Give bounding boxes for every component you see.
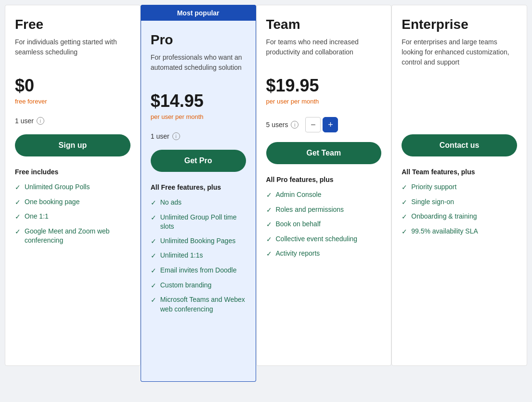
features-heading-pro: All Free features, plus (151, 183, 246, 191)
checkmark-icon: ✓ (266, 206, 272, 215)
plan-name-free: Free (15, 17, 130, 32)
checkmark-icon: ✓ (151, 266, 156, 276)
feature-text: Unlimited Group Polls (25, 182, 90, 192)
plan-name-pro: Pro (151, 32, 246, 48)
checkmark-icon: ✓ (266, 220, 272, 230)
decrement-users-button[interactable]: − (305, 117, 321, 132)
feature-item: ✓ Book on behalf (266, 220, 382, 230)
popular-badge: Most popular (141, 5, 256, 21)
feature-text: Google Meet and Zoom web conferencing (25, 227, 130, 246)
info-icon-pro[interactable]: i (172, 132, 180, 140)
user-row-free: 1 user i (15, 117, 130, 125)
checkmark-icon: ✓ (266, 249, 272, 259)
feature-text: One booking page (25, 197, 79, 207)
plan-price-pro: $14.95 (151, 91, 246, 111)
feature-item: ✓ One booking page (15, 197, 130, 207)
plan-description-enterprise: For enterprises and large teams looking … (402, 37, 517, 68)
plan-name-enterprise: Enterprise (402, 17, 517, 32)
feature-list-pro: ✓ No ads ✓ Unlimited Group Poll time slo… (151, 198, 246, 314)
checkmark-icon: ✓ (402, 227, 407, 237)
checkmark-icon: ✓ (15, 183, 21, 193)
plan-price-sub-pro: per user per month (151, 113, 246, 123)
feature-text: One 1:1 (25, 212, 49, 221)
checkmark-icon: ✓ (151, 281, 156, 291)
feature-item: ✓ Activity reports (266, 249, 382, 259)
user-count-team: 5 users (266, 121, 288, 129)
checkmark-icon: ✓ (151, 251, 156, 261)
feature-text: Custom branding (160, 281, 212, 290)
feature-item: ✓ Unlimited Group Poll time slots (151, 213, 246, 232)
feature-text: Microsoft Teams and Webex web conferenci… (160, 295, 246, 314)
feature-text: Unlimited Group Poll time slots (160, 213, 246, 232)
user-row-team: 5 users i − + (266, 117, 382, 132)
plan-price-sub-team: per user per month (266, 98, 382, 107)
plan-price-team: $19.95 (266, 76, 382, 96)
pricing-container: Free For individuals getting started wit… (5, 5, 527, 382)
features-heading-team: All Pro features, plus (266, 176, 382, 183)
feature-item: ✓ Roles and permissions (266, 205, 382, 215)
increment-users-button[interactable]: + (323, 117, 338, 132)
feature-item: ✓ Onboarding & training (402, 212, 517, 222)
feature-list-free: ✓ Unlimited Group Polls ✓ One booking pa… (15, 182, 130, 246)
plan-description-team: For teams who need increased productivit… (266, 37, 382, 68)
feature-text: Single sign-on (411, 197, 454, 207)
cta-button-pro[interactable]: Get Pro (151, 150, 246, 172)
feature-text: Activity reports (276, 249, 320, 259)
feature-list-team: ✓ Admin Console ✓ Roles and permissions … (266, 190, 382, 259)
feature-text: Priority support (411, 182, 456, 192)
feature-item: ✓ 99.5% availability SLA (402, 227, 517, 237)
feature-text: Roles and permissions (276, 205, 344, 215)
feature-text: Collective event scheduling (276, 234, 358, 244)
feature-item: ✓ Google Meet and Zoom web conferencing (15, 227, 130, 246)
checkmark-icon: ✓ (151, 213, 156, 223)
checkmark-icon: ✓ (402, 212, 407, 222)
feature-item: ✓ Custom branding (151, 281, 246, 291)
plan-card-free: Free For individuals getting started wit… (5, 5, 141, 366)
feature-item: ✓ Collective event scheduling (266, 234, 382, 245)
features-heading-enterprise: All Team features, plus (402, 168, 517, 176)
cta-button-free[interactable]: Sign up (15, 134, 130, 156)
feature-item: ✓ Unlimited Group Polls (15, 182, 130, 193)
info-icon-free[interactable]: i (37, 117, 44, 125)
checkmark-icon: ✓ (266, 191, 272, 200)
checkmark-icon: ✓ (151, 296, 156, 305)
checkmark-icon: ✓ (402, 183, 407, 193)
feature-text: No ads (160, 198, 182, 207)
feature-item: ✓ Microsoft Teams and Webex web conferen… (151, 295, 246, 314)
feature-text: Unlimited 1:1s (160, 251, 203, 260)
checkmark-icon: ✓ (15, 198, 21, 207)
feature-text: 99.5% availability SLA (411, 227, 478, 236)
checkmark-icon: ✓ (151, 198, 156, 208)
plan-price-sub-free: free forever (15, 98, 130, 107)
plan-description-free: For individuals getting started with sea… (15, 37, 130, 68)
feature-text: Admin Console (276, 190, 322, 200)
feature-list-enterprise: ✓ Priority support ✓ Single sign-on ✓ On… (402, 182, 517, 236)
cta-button-enterprise[interactable]: Contact us (402, 134, 517, 156)
feature-item: ✓ Unlimited Booking Pages (151, 236, 246, 246)
popular-wrapper: Most popular Pro For professionals who w… (141, 5, 256, 382)
feature-text: Onboarding & training (411, 212, 477, 221)
plan-card-team: Team For teams who need increased produc… (256, 5, 392, 366)
feature-item: ✓ One 1:1 (15, 212, 130, 222)
checkmark-icon: ✓ (402, 198, 407, 207)
checkmark-icon: ✓ (15, 227, 21, 237)
user-controls-team: − + (305, 117, 338, 132)
user-row-pro: 1 user i (151, 132, 246, 140)
checkmark-icon: ✓ (15, 212, 21, 222)
feature-item: ✓ Priority support (402, 182, 517, 193)
feature-item: ✓ No ads (151, 198, 246, 208)
plan-name-team: Team (266, 17, 382, 32)
feature-item: ✓ Email invites from Doodle (151, 266, 246, 276)
plan-card-pro: Pro For professionals who want an automa… (141, 21, 256, 382)
plan-description-pro: For professionals who want an automated … (151, 52, 246, 83)
feature-item: ✓ Unlimited 1:1s (151, 251, 246, 261)
info-icon-team[interactable]: i (291, 121, 298, 129)
cta-button-team[interactable]: Get Team (266, 142, 382, 164)
checkmark-icon: ✓ (266, 235, 272, 245)
user-count-pro: 1 user (151, 132, 169, 140)
feature-item: ✓ Admin Console (266, 190, 382, 200)
feature-text: Unlimited Booking Pages (160, 236, 235, 246)
checkmark-icon: ✓ (151, 237, 156, 246)
feature-text: Email invites from Doodle (160, 266, 237, 275)
plan-card-enterprise: Enterprise For enterprises and large tea… (391, 5, 527, 366)
